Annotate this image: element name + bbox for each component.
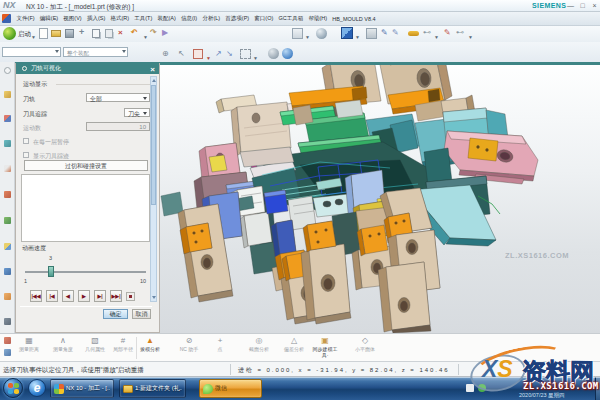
- curve-tool2-icon[interactable]: ↘: [226, 49, 233, 59]
- start-icon[interactable]: [3, 27, 16, 40]
- system-materials-icon[interactable]: [4, 318, 11, 325]
- collision-settings-button[interactable]: 过切和碰撞设置: [24, 160, 148, 171]
- dialog-close-icon[interactable]: ×: [150, 64, 155, 75]
- menu-gc-toolbox[interactable]: GC工具箱: [276, 15, 306, 22]
- stop-button[interactable]: [126, 292, 135, 301]
- copy-icon[interactable]: [92, 29, 100, 38]
- repeat-icon[interactable]: ▶: [162, 28, 168, 38]
- menu-preferences[interactable]: 首选项(P): [223, 15, 252, 22]
- roles-icon[interactable]: [4, 293, 11, 300]
- menu-edit[interactable]: 编辑(E): [37, 15, 61, 22]
- tray-shield-icon[interactable]: [478, 384, 486, 392]
- rect-select-icon[interactable]: [240, 49, 251, 59]
- menu-file[interactable]: 文件(F): [14, 15, 37, 22]
- ruler-dropdown-icon[interactable]: ▼: [468, 32, 473, 42]
- play-step-back-button[interactable]: |◀: [46, 290, 58, 302]
- manufacturing-wizard-icon[interactable]: [4, 268, 11, 275]
- sketch-pen-icon[interactable]: ✎: [381, 28, 388, 38]
- pause-checkbox[interactable]: [23, 138, 29, 144]
- delete-icon[interactable]: ×: [118, 28, 123, 38]
- menu-hb-mould[interactable]: HB_MOULD V8.4: [330, 16, 379, 22]
- geometry-props-button[interactable]: ▧ 几何属性: [80, 336, 110, 352]
- measure-angle-button[interactable]: ∧ 测量角度: [48, 336, 78, 352]
- open-file-icon[interactable]: [51, 30, 61, 37]
- undo-icon[interactable]: ↶: [131, 28, 138, 38]
- tool-path-combo[interactable]: 全部: [86, 93, 150, 102]
- menu-info[interactable]: 信息(I): [178, 15, 199, 22]
- dialog-scrollbar[interactable]: [150, 76, 157, 302]
- reuse-library-icon[interactable]: [4, 140, 11, 147]
- move-icon[interactable]: +: [79, 27, 84, 37]
- close-button[interactable]: ×: [590, 2, 599, 10]
- task-button-wechat[interactable]: 微信: [199, 379, 262, 398]
- sync-modeling-button[interactable]: ▣ 同步建模工 具·: [306, 336, 344, 358]
- scroll-up-icon[interactable]: [152, 79, 156, 82]
- start-dropdown-icon[interactable]: ▼: [31, 32, 36, 42]
- motion-count-input[interactable]: 10: [86, 122, 150, 131]
- menu-help[interactable]: 帮助(H): [306, 15, 330, 22]
- new-file-icon[interactable]: [39, 28, 48, 39]
- trace-checkbox[interactable]: [23, 152, 29, 158]
- tray-icon[interactable]: [466, 384, 474, 392]
- panel-icon[interactable]: [366, 28, 377, 39]
- play-back-button[interactable]: ◀: [62, 290, 74, 302]
- assembly-navigator-icon[interactable]: [4, 67, 11, 74]
- part-navigator-icon[interactable]: [4, 115, 11, 122]
- undo-dropdown-icon[interactable]: ▼: [143, 32, 148, 42]
- browser-taskbar-icon[interactable]: e: [28, 379, 46, 397]
- play-rewind-button[interactable]: |◀◀: [30, 290, 42, 302]
- menu-format[interactable]: 格式(R): [108, 15, 132, 22]
- tool-trace-combo[interactable]: 刀尖: [124, 108, 150, 117]
- menu-analysis[interactable]: 分析(L): [200, 15, 223, 22]
- save-icon[interactable]: [65, 29, 74, 38]
- draft-analysis-button[interactable]: ▲ 拔模分析: [134, 336, 166, 352]
- section-analysis-button[interactable]: ◎ 截面分析: [242, 336, 276, 352]
- show-desktop-button[interactable]: [595, 377, 600, 400]
- measure-dropdown-icon[interactable]: ▼: [434, 32, 439, 42]
- scrollbar-thumb[interactable]: [151, 85, 156, 205]
- scroll-down-icon[interactable]: [152, 296, 156, 299]
- web-browser-icon[interactable]: [4, 191, 11, 198]
- facet-body-button[interactable]: ◇ 小平面体: [348, 336, 382, 352]
- constraint-navigator-icon[interactable]: [4, 91, 11, 98]
- annotate-icon[interactable]: ✎: [444, 28, 451, 38]
- menu-view[interactable]: 视图(V): [61, 15, 85, 22]
- task-button-nx[interactable]: NX 10 - 加工 - [...: [50, 379, 114, 398]
- curve-tool-icon[interactable]: ↗: [215, 49, 222, 59]
- shaded-view-icon[interactable]: [268, 48, 279, 59]
- redo-icon[interactable]: ↷: [150, 28, 157, 38]
- paste-icon[interactable]: [105, 29, 113, 38]
- menu-assembly[interactable]: 装配(A): [155, 15, 179, 22]
- window-layout-icon[interactable]: [292, 28, 303, 39]
- stop-selection-icon[interactable]: [193, 49, 203, 59]
- speed-slider-track[interactable]: [25, 271, 146, 273]
- history-icon[interactable]: [4, 217, 11, 224]
- selection-filter-combo[interactable]: [2, 47, 61, 57]
- touch-mode-icon[interactable]: [4, 337, 11, 344]
- window-mode-icon[interactable]: [4, 349, 11, 356]
- sketch-pen2-icon[interactable]: ✎: [392, 28, 399, 38]
- layout-dropdown-icon[interactable]: ▼: [305, 32, 310, 42]
- measure-icon[interactable]: ⊷: [423, 28, 431, 38]
- nc-assistant-button[interactable]: ⊘ NC 助手: [172, 336, 206, 352]
- play-forward-button[interactable]: ▶: [78, 290, 90, 302]
- snap-point-icon[interactable]: ⊕: [162, 49, 169, 59]
- task-button-folder[interactable]: 1:新建文件夹 (礼..: [119, 379, 186, 398]
- point-button[interactable]: + 点: [208, 336, 232, 352]
- cancel-button[interactable]: 取消: [132, 309, 151, 319]
- minimize-button[interactable]: —: [566, 2, 575, 10]
- cube-dropdown-icon[interactable]: ▼: [355, 32, 360, 42]
- select-cursor-icon[interactable]: ↖: [178, 49, 185, 59]
- speed-slider-thumb[interactable]: [48, 266, 54, 277]
- play-to-end-button[interactable]: ▶▶|: [110, 290, 122, 302]
- sphere-view-icon[interactable]: [316, 28, 327, 39]
- start-button[interactable]: 启动: [18, 30, 31, 39]
- ok-button[interactable]: 确定: [103, 309, 128, 319]
- dialog-title-bar[interactable]: 刀轨可视化 ×: [16, 63, 159, 74]
- datum-cube-icon[interactable]: [341, 27, 353, 39]
- menu-window[interactable]: 窗口(O): [252, 15, 276, 22]
- menu-insert[interactable]: 插入(S): [84, 15, 108, 22]
- restore-button[interactable]: □: [578, 2, 587, 10]
- key-icon[interactable]: [408, 31, 419, 36]
- measure-distance-button[interactable]: ▦ 测量距离: [14, 336, 44, 352]
